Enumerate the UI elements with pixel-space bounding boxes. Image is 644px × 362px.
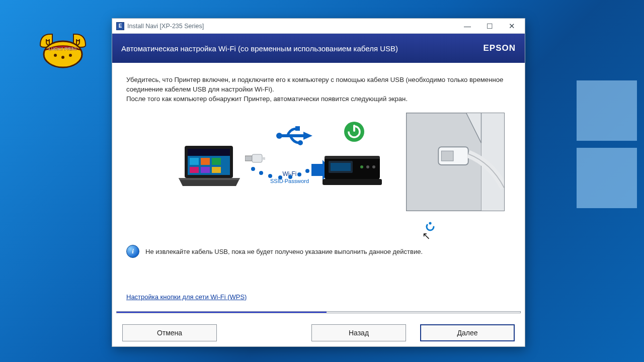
svg-point-15: [251, 167, 255, 171]
svg-point-2: [61, 56, 64, 59]
info-icon: i: [126, 245, 139, 258]
svg-point-0: [44, 41, 82, 67]
svg-rect-36: [323, 179, 382, 185]
wizard-content: Убедитесь, что Принтер включен, и подклю…: [112, 63, 525, 304]
next-button[interactable]: Далее: [420, 324, 515, 341]
progress-fill: [117, 312, 327, 313]
svg-rect-8: [201, 158, 210, 165]
cancel-button[interactable]: Отмена: [122, 324, 217, 341]
svg-point-16: [259, 171, 263, 175]
back-button[interactable]: Назад: [311, 324, 406, 341]
svg-point-43: [429, 222, 431, 224]
usb-trident-icon: [275, 126, 313, 146]
lucky-print-badge: LUCKY PRINT: [35, 30, 91, 70]
installer-window: E Install Navi [XP-235 Series] — ☐ ✕ Авт…: [112, 18, 525, 347]
mouse-cursor-icon: ↖: [422, 230, 431, 242]
progress-bar: [116, 311, 521, 313]
wps-link[interactable]: Настройка кнопки для сети Wi-Fi (WPS): [126, 293, 247, 301]
svg-rect-28: [353, 125, 355, 132]
svg-rect-7: [190, 158, 199, 165]
svg-rect-6: [188, 149, 230, 156]
wizard-buttons: Отмена Назад Далее: [116, 318, 521, 342]
maximize-button[interactable]: ☐: [478, 19, 501, 33]
svg-point-35: [372, 165, 375, 168]
svg-rect-32: [331, 163, 351, 171]
svg-rect-12: [212, 167, 221, 173]
app-icon: E: [116, 22, 124, 30]
svg-rect-39: [441, 151, 453, 161]
badge-text: LUCKY PRINT: [49, 46, 78, 51]
close-button[interactable]: ✕: [501, 19, 523, 33]
wizard-heading: Автоматическая настройка Wi-Fi (со време…: [121, 44, 398, 53]
laptop-icon: [177, 144, 242, 194]
svg-rect-30: [325, 156, 380, 159]
instruction-line-1: Убедитесь, что Принтер включен, и подклю…: [126, 75, 511, 94]
info-note-row: i Не извлекайте кабель USB, пока не буде…: [126, 245, 423, 258]
power-icon: [343, 121, 365, 143]
svg-point-25: [298, 140, 303, 145]
svg-point-3: [69, 54, 72, 57]
usb-cable-end-icon: [245, 152, 265, 166]
svg-rect-23: [281, 134, 303, 137]
svg-rect-9: [212, 158, 221, 165]
titlebar: E Install Navi [XP-235 Series] — ☐ ✕: [112, 19, 525, 34]
printer-icon: [323, 152, 383, 190]
wifi-text: Wi-Fi: [270, 171, 309, 178]
ssid-text: SSID·Password: [270, 178, 309, 185]
usb-port-illustration: [406, 113, 505, 211]
svg-rect-10: [190, 167, 199, 173]
svg-point-34: [366, 165, 369, 168]
svg-rect-11: [201, 167, 210, 173]
svg-rect-14: [252, 154, 262, 162]
instruction-line-2: После того как компьютер обнаружит Принт…: [126, 94, 511, 104]
brand-label: EPSON: [483, 43, 516, 53]
minimize-button[interactable]: —: [456, 19, 478, 33]
window-title: Install Navi [XP-235 Series]: [127, 23, 204, 30]
svg-rect-13: [245, 156, 252, 161]
info-note-text: Не извлекайте кабель USB, пока не будет …: [145, 248, 423, 255]
windows-logo-bg: [577, 80, 644, 208]
wizard-header: Автоматическая настройка Wi-Fi (со време…: [112, 34, 525, 63]
connection-diagram: Wi-Fi SSID·Password: [126, 118, 511, 218]
svg-point-1: [54, 54, 57, 57]
wifi-label-group: Wi-Fi SSID·Password: [270, 171, 309, 184]
svg-point-33: [360, 165, 363, 168]
svg-rect-24: [295, 126, 300, 131]
